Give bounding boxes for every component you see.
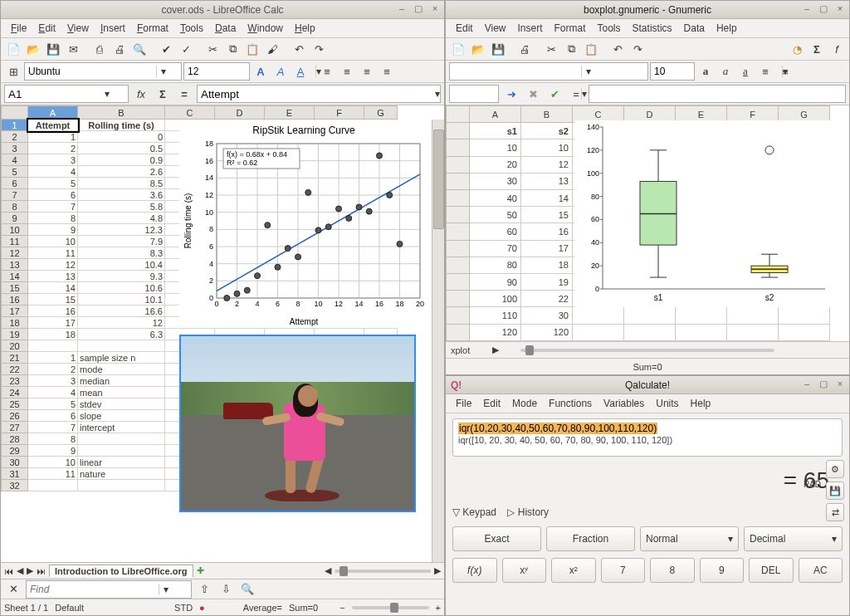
- num-9-button[interactable]: 9: [700, 558, 745, 583]
- menu-insert[interactable]: Insert: [512, 21, 547, 36]
- find-input[interactable]: [27, 581, 159, 598]
- store-icon[interactable]: 💾: [826, 482, 844, 500]
- font-name-input[interactable]: [25, 63, 156, 80]
- find-next-icon[interactable]: ⇩: [217, 580, 235, 599]
- menu-help[interactable]: Help: [686, 396, 716, 411]
- styles-icon[interactable]: ⊞: [4, 62, 22, 81]
- close-icon[interactable]: ×: [834, 378, 846, 389]
- cell-reference-input[interactable]: [5, 88, 105, 100]
- num-7-button[interactable]: 7: [601, 558, 646, 583]
- menu-help[interactable]: Help: [290, 21, 320, 36]
- menu-file[interactable]: File: [6, 21, 32, 36]
- formula-input[interactable]: [198, 88, 435, 100]
- minimize-icon[interactable]: –: [801, 378, 813, 389]
- close-icon[interactable]: ×: [429, 2, 441, 14]
- minimize-icon[interactable]: –: [396, 2, 408, 14]
- undo-icon[interactable]: ↶: [290, 40, 308, 58]
- tab-first-icon[interactable]: ⏮: [4, 566, 13, 576]
- lo-spreadsheet-grid[interactable]: ABCDEFG1AttemptRolling time (s)210320.54…: [1, 105, 444, 562]
- gn-font-name-combo[interactable]: ▾: [449, 62, 648, 81]
- accept-icon[interactable]: ✔: [545, 85, 564, 103]
- boxplot-chart[interactable]: 020406080100120140s1s2: [574, 120, 832, 307]
- copy-icon[interactable]: ⧉: [223, 40, 242, 58]
- gn-status-sum[interactable]: Sum=0: [633, 362, 662, 372]
- format-paint-icon[interactable]: 🖌: [263, 40, 281, 58]
- chevron-down-icon[interactable]: ▾: [159, 584, 172, 595]
- menu-tools[interactable]: Tools: [593, 21, 626, 36]
- del-button[interactable]: DEL: [749, 558, 794, 583]
- bold-icon[interactable]: a: [696, 62, 715, 81]
- open-icon[interactable]: 📂: [24, 40, 42, 58]
- undo-icon[interactable]: ↶: [608, 40, 627, 58]
- pdf-icon[interactable]: ⎙: [90, 40, 109, 58]
- font-name-combo[interactable]: ▾: [24, 62, 182, 81]
- zoom-out-icon[interactable]: −: [340, 603, 344, 613]
- sheet-tab[interactable]: Introduction to LibreOffice.org: [49, 565, 193, 577]
- gn-sheet-tab[interactable]: xplot: [451, 345, 470, 355]
- align-left-icon[interactable]: ≡: [318, 62, 336, 81]
- font-size-combo[interactable]: ▾: [183, 62, 250, 81]
- italic-icon[interactable]: A: [271, 62, 290, 81]
- chart-icon[interactable]: ◔: [788, 40, 806, 58]
- print-icon[interactable]: 🖨: [515, 40, 534, 58]
- status-mode[interactable]: STD: [174, 603, 193, 613]
- bold-icon[interactable]: A: [252, 62, 270, 81]
- align-left-icon[interactable]: ≡: [756, 62, 774, 81]
- find-combo[interactable]: ▾: [26, 580, 192, 599]
- new-icon[interactable]: 📄: [4, 40, 22, 58]
- close-icon[interactable]: ×: [834, 2, 846, 14]
- gn-hscroll[interactable]: [520, 349, 774, 352]
- menu-edit[interactable]: Edit: [478, 396, 506, 411]
- menu-mode[interactable]: Mode: [507, 396, 542, 411]
- menu-statistics[interactable]: Statistics: [628, 21, 677, 36]
- hscroll-right-icon[interactable]: ▶: [434, 565, 441, 576]
- cancel-icon[interactable]: ✖: [524, 85, 542, 103]
- gn-spreadsheet-grid[interactable]: ABCDEFGs1s210102012301340145015601670178…: [446, 105, 849, 341]
- close-find-icon[interactable]: ✕: [4, 580, 22, 599]
- chevron-down-icon[interactable]: ▾: [581, 66, 594, 77]
- convert-icon[interactable]: ⇄: [826, 503, 844, 521]
- email-icon[interactable]: ✉: [64, 40, 82, 58]
- gn-cell-ref[interactable]: ▾: [449, 85, 499, 103]
- expression-input[interactable]: iqr(10,20,30,40,50,60,70,80,90,100,110,1…: [452, 418, 843, 457]
- align-center-icon[interactable]: ≡: [776, 62, 794, 81]
- minimize-icon[interactable]: –: [801, 2, 813, 14]
- menu-help[interactable]: Help: [711, 21, 742, 36]
- chevron-down-icon[interactable]: ▾: [435, 88, 440, 100]
- preview-icon[interactable]: 🔍: [130, 40, 149, 58]
- print-icon[interactable]: 🖨: [110, 40, 129, 58]
- xy-button[interactable]: xʸ: [502, 558, 547, 583]
- embedded-photo[interactable]: [179, 335, 416, 512]
- underline-icon[interactable]: A: [291, 62, 310, 81]
- find-all-icon[interactable]: 🔍: [238, 580, 256, 599]
- menu-file[interactable]: File: [451, 396, 476, 411]
- menu-insert[interactable]: Insert: [95, 21, 130, 36]
- sum-icon[interactable]: Σ: [154, 85, 172, 103]
- x2-button[interactable]: x²: [551, 558, 596, 583]
- menu-functions[interactable]: Functions: [544, 396, 597, 411]
- tab-next-icon[interactable]: ▶: [27, 565, 33, 576]
- hscroll-left-icon[interactable]: ◀: [325, 565, 331, 576]
- menu-format[interactable]: Format: [132, 21, 173, 36]
- add-sheet-icon[interactable]: ✚: [197, 565, 204, 576]
- ac-button[interactable]: AC: [799, 558, 843, 583]
- menu-data[interactable]: Data: [679, 21, 710, 36]
- horizontal-scrollbar[interactable]: [335, 570, 431, 573]
- gn-font-size-combo[interactable]: ▾: [650, 62, 695, 81]
- redo-icon[interactable]: ↷: [628, 40, 647, 58]
- align-center-icon[interactable]: ≡: [338, 62, 356, 81]
- chevron-down-icon[interactable]: ▾: [156, 66, 169, 77]
- decimal-combo[interactable]: Decimal▾: [744, 526, 843, 551]
- menu-units[interactable]: Units: [651, 396, 683, 411]
- maximize-icon[interactable]: ▢: [413, 2, 424, 14]
- zoom-in-icon[interactable]: +: [436, 603, 441, 613]
- keypad-toggle[interactable]: ▽ Keypad: [452, 506, 496, 518]
- find-prev-icon[interactable]: ⇧: [195, 580, 213, 599]
- tab-last-icon[interactable]: ⏭: [37, 566, 46, 576]
- menu-data[interactable]: Data: [210, 21, 241, 36]
- formula-input-box[interactable]: ▾: [197, 85, 441, 103]
- execute-icon[interactable]: ⚙: [826, 460, 844, 478]
- redo-icon[interactable]: ↷: [310, 40, 328, 58]
- gn-formula-input[interactable]: [589, 85, 846, 103]
- goto-icon[interactable]: ➜: [502, 85, 520, 103]
